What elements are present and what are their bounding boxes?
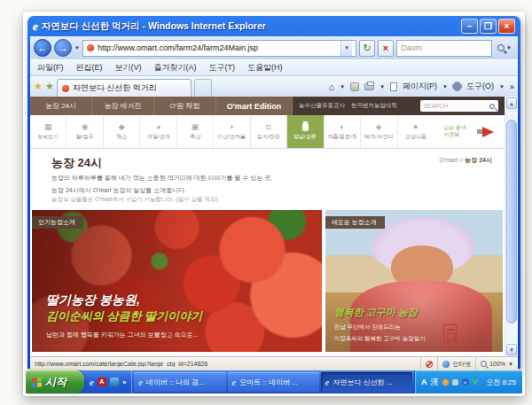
menu-favorites[interactable]: 즐겨찾기(A)	[154, 62, 197, 74]
banner-sweet-potato-farm[interactable]: 새로운 농장소개 행복한 고구마 농장 전남 무안에서 전해드리는 이정옥씨의 …	[325, 210, 503, 352]
quick-launch-more-icon[interactable]: »	[122, 378, 126, 386]
system-tray: A 漢 « V 오전 8:25	[414, 370, 522, 393]
taskbar-window-label: 자연보다 신선한 ...	[332, 378, 392, 387]
maximize-button[interactable]: ❐	[480, 19, 497, 34]
category-fruit[interactable]: ◕ 과일/견과	[139, 115, 176, 148]
tray-icon-1[interactable]	[442, 379, 449, 386]
page-title: 농장 24시	[51, 155, 496, 171]
tab-bar: ★ ★ 자연보다 신선한 먹거리 ⌂ ▼ ▼ 페이지(P) ▼	[30, 75, 518, 97]
page-button[interactable]: 페이지(P)	[403, 81, 437, 92]
forward-button[interactable]: →	[54, 39, 72, 57]
search-input[interactable]: Daum	[396, 40, 492, 57]
taskbar-window-1[interactable]: e 네이버 :: 나의 경...	[134, 372, 225, 392]
tools-dropdown-icon[interactable]: ▼	[499, 84, 505, 90]
quick-launch-ie-icon[interactable]: e	[90, 377, 94, 387]
partner-link-2[interactable]: 한국벤처농업대학	[351, 102, 397, 110]
menu-view[interactable]: 보기(V)	[115, 62, 142, 74]
category-label: 양념/장류	[294, 133, 317, 140]
category-beverage[interactable]: ◐ 과즙/음료/차	[324, 115, 360, 148]
tools-button[interactable]: 도구(O)	[466, 81, 494, 92]
home-icon[interactable]: ⌂	[329, 82, 335, 92]
back-button[interactable]: ←	[34, 39, 51, 57]
nav-tab-farm24[interactable]: 농장 24시	[30, 97, 92, 115]
new-tab-button[interactable]	[194, 79, 212, 97]
section-header: 농장 24시 O'mart > 농장 24시 농장의 하루하루를 통해 내가 먹…	[30, 149, 505, 207]
ime-english-indicator[interactable]: A	[421, 378, 427, 386]
page-dropdown-icon[interactable]: ▼	[442, 84, 448, 90]
category-rice[interactable]: ◉ 쌀/잡곡	[66, 115, 102, 148]
category-sauce-active[interactable]: 양념/장류	[286, 115, 323, 148]
quick-launch-app-icon[interactable]	[110, 378, 119, 386]
banner-tag-new: 새로운 농장소개	[325, 216, 385, 229]
menu-edit[interactable]: 편집(E)	[76, 62, 103, 74]
category-health[interactable]: ● 건강식품	[397, 115, 434, 148]
address-dropdown-icon[interactable]: ▼	[340, 41, 352, 56]
category-seafood[interactable]: ◗ 수산/건어물	[213, 115, 249, 148]
category-vegetable[interactable]: ◆ 채소	[103, 115, 139, 148]
category-snack[interactable]: ◈ 떡/과자/간식	[360, 115, 396, 148]
health-food-icon: ●	[413, 122, 418, 131]
scroll-up-icon[interactable]: ▲	[506, 97, 517, 109]
title-bar[interactable]: e 자연보다 신선한 먹거리 - Windows Internet Explor…	[30, 16, 518, 36]
history-dropdown-icon[interactable]: ▼	[74, 45, 80, 51]
minimize-button[interactable]: –	[461, 19, 478, 34]
zoom-dropdown-icon[interactable]: ▼	[508, 362, 513, 367]
banner-left-title-1: 딸기농장 봉농원,	[46, 292, 202, 308]
category-label: 김치/반찬	[257, 133, 280, 140]
category-kimchi[interactable]: ◘ 김치/반찬	[250, 115, 286, 148]
category-label: 쌀/잡곡	[76, 133, 94, 140]
all-categories-icon: ▦	[44, 122, 52, 131]
banner-strawberry-farm[interactable]: 인기농장소개 딸기농장 봉농원, 김이순씨의 상큼한 딸기이야기 남편과 함께 …	[32, 210, 322, 352]
search-go-button[interactable]: ▼	[495, 44, 514, 51]
rss-feed-icon[interactable]	[350, 82, 359, 91]
more-toolbar-button[interactable]: »	[510, 82, 514, 91]
antivirus-icon[interactable]: V	[473, 378, 478, 386]
banner-right-sub-2: 이정옥씨의 행복한 고구마 농장일기	[334, 334, 426, 343]
category-livestock[interactable]: ▣ 축산	[176, 115, 213, 148]
vertical-scrollbar[interactable]: ▲ ▼	[505, 97, 518, 356]
site-search-input[interactable]: SEARCH	[420, 100, 498, 112]
quick-launch-bar: e A »	[84, 370, 132, 393]
favorites-center-icon[interactable]: ★	[34, 81, 43, 92]
taskbar-window-3-active[interactable]: e 자연보다 신선한 ...	[321, 372, 412, 392]
zoom-level[interactable]: 100%	[489, 361, 505, 367]
search-dropdown-icon[interactable]: ▼	[506, 45, 512, 51]
nav-tab-edition[interactable]: O'mart Edition	[216, 97, 293, 115]
menu-tools[interactable]: 도구(T)	[209, 62, 236, 74]
nav-tab-experience[interactable]: O'팜 체험	[154, 97, 216, 115]
taskbar-window-label: 네이버 :: 나의 경...	[146, 378, 205, 387]
print-dropdown-icon[interactable]: ▼	[379, 84, 385, 90]
tray-icon-2[interactable]	[452, 379, 458, 386]
taskbar-window-2[interactable]: e 오마트 :: 네이버 ...	[228, 372, 319, 392]
adobe-reader-icon[interactable]: A	[98, 378, 106, 386]
add-favorite-icon[interactable]: ★	[45, 81, 54, 92]
start-label: 시작	[45, 375, 66, 390]
browser-tab[interactable]: 자연보다 신선한 먹거리	[57, 79, 192, 97]
scroll-down-icon[interactable]: ▼	[506, 344, 517, 355]
internet-zone-icon	[442, 361, 450, 368]
address-input[interactable]: http://www.omart.com/farm24/farm24Main.j…	[82, 40, 356, 57]
scrollbar-thumb[interactable]	[506, 120, 517, 323]
refresh-button[interactable]: ↻	[359, 40, 375, 57]
farmer-hat-graphic	[372, 217, 474, 274]
tray-collapse-icon[interactable]: «	[462, 378, 469, 386]
site-nav: 농장 24시 농장 매거진 O'팜 체험 O'mart Edition 농수산물…	[30, 97, 505, 115]
breadcrumb-root[interactable]: O'mart	[439, 157, 458, 163]
site-search-icon[interactable]	[489, 104, 495, 109]
stop-button[interactable]: ×	[378, 40, 394, 57]
partner-link-1[interactable]: 농수산물유통공사	[299, 102, 345, 110]
ime-hanja-indicator[interactable]: 漢	[431, 377, 439, 388]
nav-tab-magazine[interactable]: 농장 매거진	[92, 97, 154, 115]
tab-favicon-icon	[62, 85, 69, 92]
promo-megaphone-banner[interactable]: 우리 동네 이장님	[434, 115, 505, 148]
print-icon[interactable]	[364, 83, 374, 90]
menu-file[interactable]: 파일(F)	[37, 62, 64, 74]
category-label: 과일/견과	[147, 133, 170, 140]
menu-help[interactable]: 도움말(H)	[247, 62, 283, 74]
category-label: 전체보기	[37, 133, 59, 140]
close-button[interactable]: ×	[498, 19, 515, 34]
section-description-2: 농장 24시에서 O'mart 농장의 일상을 소개합니다.	[51, 186, 496, 196]
home-dropdown-icon[interactable]: ▼	[340, 84, 345, 90]
category-all[interactable]: ▦ 전체보기	[30, 115, 66, 148]
start-button[interactable]: 시작	[26, 370, 84, 393]
